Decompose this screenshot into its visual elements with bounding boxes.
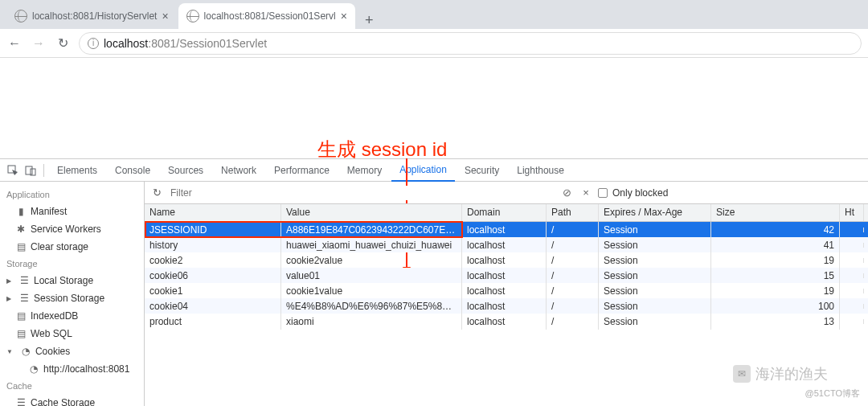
document-icon: ▮ xyxy=(16,207,26,216)
col-expires[interactable]: Expires / Max-Age xyxy=(599,204,711,221)
col-size[interactable]: Size xyxy=(711,204,840,221)
back-icon[interactable]: ← xyxy=(6,36,23,51)
cell-ht xyxy=(840,258,864,263)
tab-console[interactable]: Console xyxy=(107,159,158,182)
svg-rect-3 xyxy=(26,166,32,174)
annotation-label: 生成 session id xyxy=(317,137,447,162)
inspect-icon[interactable] xyxy=(5,162,21,178)
reload-icon[interactable]: ↻ xyxy=(55,35,71,51)
tab-network[interactable]: Network xyxy=(213,159,264,182)
cell-size: 19 xyxy=(711,252,840,269)
page-viewport: 生成 session id xyxy=(0,58,868,158)
cell-expires: Session xyxy=(599,314,711,330)
gear-icon: ✱ xyxy=(16,224,26,234)
tab-title: localhost:8081/HistoryServlet xyxy=(32,10,157,22)
cell-expires: Session xyxy=(599,252,711,269)
site-info-icon[interactable]: i xyxy=(88,38,99,49)
cell-ht xyxy=(840,319,864,324)
sidebar-item-label: Manifest xyxy=(31,206,67,217)
wechat-icon: ✉ xyxy=(733,365,751,383)
database-icon: ▤ xyxy=(16,329,26,338)
tab-elements[interactable]: Elements xyxy=(49,159,105,182)
browser-tab[interactable]: localhost:8081/HistoryServlet × xyxy=(6,3,177,29)
cell-value: A886E19E847C0623943222DC607E3147 xyxy=(281,222,462,238)
sidebar-item-label: Service Workers xyxy=(31,224,101,235)
sidebar-item-label: Session Storage xyxy=(34,293,104,304)
table-row[interactable]: historyhuawei_xiaomi_huawei_chuizi_huawe… xyxy=(145,237,868,252)
cell-ht xyxy=(840,273,864,278)
sidebar-item-websql[interactable]: ▤Web SQL xyxy=(0,325,144,342)
only-blocked-checkbox[interactable] xyxy=(598,188,608,198)
sidebar-item-label: http://localhost:8081 xyxy=(43,363,129,375)
cell-domain: localhost xyxy=(462,314,547,330)
cell-expires: Session xyxy=(599,222,711,238)
sidebar-item-cache-storage[interactable]: ☰Cache Storage xyxy=(0,394,144,406)
table-row[interactable]: JSESSIONIDA886E19E847C0623943222DC607E31… xyxy=(145,222,868,237)
sidebar-item-service-workers[interactable]: ✱Service Workers xyxy=(0,220,144,238)
cell-domain: localhost xyxy=(462,268,547,284)
browser-tab-active[interactable]: localhost:8081/Session01Servl × xyxy=(178,3,355,29)
sidebar-item-label: Web SQL xyxy=(31,328,72,339)
col-path[interactable]: Path xyxy=(547,204,599,221)
cell-name: cookie1 xyxy=(145,283,281,299)
tab-lighthouse[interactable]: Lighthouse xyxy=(509,159,572,182)
tab-security[interactable]: Security xyxy=(457,159,507,182)
table-row[interactable]: cookie04%E4%B8%AD%E6%96%87%E5%86%85%E5..… xyxy=(145,298,868,314)
cell-expires: Session xyxy=(599,268,711,284)
sidebar-item-manifest[interactable]: ▮Manifest xyxy=(0,203,144,220)
close-icon[interactable]: × xyxy=(162,10,168,23)
delete-icon[interactable]: × xyxy=(579,186,593,200)
close-icon[interactable]: × xyxy=(341,10,347,23)
tab-sources[interactable]: Sources xyxy=(160,159,211,182)
storage-icon: ☰ xyxy=(19,293,29,303)
sidebar-group-cache: Cache xyxy=(0,378,144,394)
storage-icon: ☰ xyxy=(19,276,29,285)
cell-domain: localhost xyxy=(462,237,547,253)
refresh-icon[interactable]: ↻ xyxy=(149,186,164,200)
col-name[interactable]: Name xyxy=(145,204,281,221)
cell-path: / xyxy=(547,283,599,299)
cell-name: cookie04 xyxy=(145,298,281,314)
url-input[interactable]: i localhost:8081/Session01Servlet xyxy=(79,32,862,55)
sidebar-item-session-storage[interactable]: ☰Session Storage xyxy=(0,289,144,307)
sidebar-item-local-storage[interactable]: ☰Local Storage xyxy=(0,272,144,289)
database-icon: ▤ xyxy=(16,242,26,252)
cookies-toolbar: ↻ ⊘ × Only blocked xyxy=(145,182,868,204)
new-tab-button[interactable]: + xyxy=(357,12,382,29)
col-ht[interactable]: Ht xyxy=(840,204,864,221)
globe-icon xyxy=(14,10,27,23)
sidebar-item-cookies[interactable]: ◔Cookies xyxy=(0,342,144,360)
table-row[interactable]: cookie1cookie1valuelocalhost/Session19 xyxy=(145,283,868,298)
forward-icon[interactable]: → xyxy=(31,36,47,51)
only-blocked-label: Only blocked xyxy=(612,187,668,199)
cell-path: / xyxy=(547,268,599,284)
cell-size: 41 xyxy=(711,237,840,253)
cell-value: xiaomi xyxy=(281,314,462,330)
cell-domain: localhost xyxy=(462,252,547,269)
blog-watermark: @51CTO博客 xyxy=(805,388,860,400)
wechat-watermark: ✉ 海洋的渔夫 xyxy=(733,364,828,383)
table-row[interactable]: productxiaomilocalhost/Session13 xyxy=(145,314,868,329)
browser-tab-bar: localhost:8081/HistoryServlet × localhos… xyxy=(0,0,868,29)
table-row[interactable]: cookie2cookie2valuelocalhost/Session19 xyxy=(145,252,868,268)
address-bar: ← → ↻ i localhost:8081/Session01Servlet xyxy=(0,29,868,58)
cell-path: / xyxy=(547,252,599,269)
clear-icon[interactable]: ⊘ xyxy=(559,186,574,200)
filter-input[interactable] xyxy=(169,186,555,200)
cell-path: / xyxy=(547,314,599,330)
col-domain[interactable]: Domain xyxy=(462,204,547,221)
cell-ht xyxy=(840,289,864,293)
sidebar-item-indexeddb[interactable]: ▤IndexedDB xyxy=(0,307,144,325)
sidebar-item-label: Local Storage xyxy=(34,275,93,286)
devtools-tabbar: Elements Console Sources Network Perform… xyxy=(0,159,868,182)
table-header: Name Value Domain Path Expires / Max-Age… xyxy=(145,204,868,222)
sidebar-item-clear-storage[interactable]: ▤Clear storage xyxy=(0,238,144,256)
cell-ht xyxy=(840,304,864,309)
tab-title: localhost:8081/Session01Servl xyxy=(204,10,336,22)
sidebar-group-storage: Storage xyxy=(0,256,144,272)
sidebar-item-label: Clear storage xyxy=(31,241,88,252)
sidebar-item-cookie-origin[interactable]: ◔http://localhost:8081 xyxy=(0,360,144,378)
table-row[interactable]: cookie06value01localhost/Session15 xyxy=(145,268,868,283)
col-value[interactable]: Value xyxy=(281,204,462,221)
device-toggle-icon[interactable] xyxy=(23,162,39,178)
